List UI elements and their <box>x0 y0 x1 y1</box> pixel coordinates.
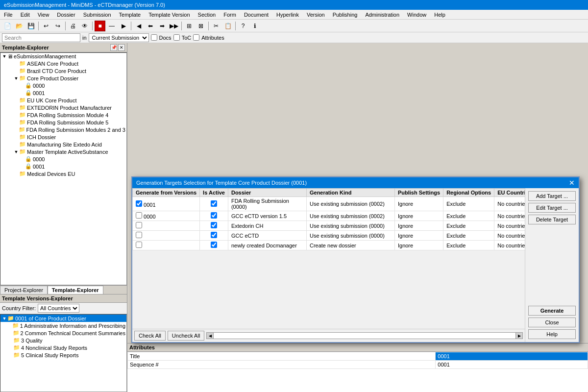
toolbar-btn-13[interactable]: ➡ <box>157 21 168 31</box>
row2-active-cb[interactable] <box>211 212 217 219</box>
close-panel-button[interactable]: ✕ <box>118 44 125 51</box>
tree-item-meddev[interactable]: 📁 Medical Devices EU <box>0 170 126 177</box>
menu-window[interactable]: Window <box>403 10 430 19</box>
toolbar-btn-14[interactable]: ▶▶ <box>169 21 179 31</box>
attributes-checkbox[interactable] <box>193 34 199 41</box>
check-all-button[interactable]: Check All <box>134 331 166 341</box>
toolbar-btn-15[interactable]: ⊞ <box>184 21 195 31</box>
toolbar-btn-18[interactable]: 📋 <box>222 21 233 31</box>
row3-active-cb[interactable] <box>211 222 217 228</box>
row5-active-cb[interactable] <box>211 242 217 248</box>
versions-item-4[interactable]: 📁 4 Nonclinical Study Reports <box>0 344 126 351</box>
tree-item-mfg[interactable]: 📁 Manufacturing Site Extedo Acid <box>0 141 126 148</box>
row1-active-cb[interactable] <box>211 200 217 207</box>
menu-form[interactable]: Form <box>220 10 240 19</box>
scroll-right-arrow[interactable]: ▶ <box>515 333 522 339</box>
help-button[interactable]: Help <box>528 329 576 339</box>
row3-checkbox[interactable] <box>136 222 142 228</box>
tree-item-ich[interactable]: 📁 ICH Dossier <box>0 133 126 141</box>
tree-item-fda5[interactable]: 📁 FDA Rolling Submission Module 5 <box>0 119 126 126</box>
col-genkind: Generation Kind <box>306 189 394 197</box>
toolbar-btn-17[interactable]: ✂ <box>211 21 221 31</box>
horizontal-scrollbar[interactable]: ◀ ▶ <box>206 332 523 339</box>
versions-item-3[interactable]: 📁 3 Quality <box>0 337 126 344</box>
tree-item-core-0000[interactable]: 🔒 0000 <box>0 82 126 89</box>
expand-core[interactable]: ▼ <box>13 76 19 81</box>
row3-publish: Ignore <box>394 221 443 231</box>
menu-version[interactable]: Version <box>303 10 329 19</box>
menu-template-version[interactable]: Template Version <box>145 10 194 19</box>
tree-item-root[interactable]: ▼ 🖥 eSubmissionManagement <box>0 53 126 60</box>
menu-help[interactable]: Help <box>430 10 449 19</box>
toolbar-btn-5[interactable]: ↪ <box>52 21 63 31</box>
menu-file[interactable]: File <box>0 10 17 19</box>
search-dropdown[interactable]: Current Submission <box>89 33 149 42</box>
dialog-table-row-5: newly created Docmanager Create new doss… <box>133 241 525 250</box>
toolbar-btn-11[interactable]: ◀ <box>133 21 144 31</box>
tree-item-eu[interactable]: 📁 EU UK Core Product <box>0 97 126 104</box>
expand-master[interactable]: ▼ <box>13 149 19 154</box>
tree-item-core[interactable]: ▼ 📁 Core Product Dossier <box>0 74 126 82</box>
close-button[interactable]: Close <box>528 318 576 327</box>
row5-checkbox[interactable] <box>136 242 142 248</box>
tab-template-explorer[interactable]: Template-Explorer <box>48 286 103 294</box>
menu-administration[interactable]: Administration <box>361 10 403 19</box>
dialog-table-wrapper[interactable]: Generate from Versions Is Active Dossier… <box>132 188 525 329</box>
tab-project-explorer[interactable]: Project-Explorer <box>0 286 48 294</box>
uncheck-all-button[interactable]: Uncheck All <box>168 331 204 341</box>
toolbar-btn-19[interactable]: ? <box>238 21 248 31</box>
tree-item-fda23[interactable]: 📁 FDA Rolling Submission Modules 2 and 3 <box>0 126 126 133</box>
row1-checkbox[interactable] <box>136 200 142 207</box>
country-filter-dropdown[interactable]: All Countries <box>38 304 79 313</box>
row4-active-cb[interactable] <box>211 232 217 238</box>
menu-submission[interactable]: Submission <box>79 10 115 19</box>
versions-item-5[interactable]: 📁 5 Clinical Study Reports <box>0 351 126 359</box>
tree-item-brazil[interactable]: 📁 Brazil CTD Core Product <box>0 67 126 74</box>
menu-publishing[interactable]: Publishing <box>329 10 362 19</box>
pin-button[interactable]: 📌 <box>110 44 117 51</box>
versions-item-0001[interactable]: ▼ 📁 0001 of Core Product Dossier <box>0 315 126 322</box>
tree-item-fda4[interactable]: 📁 FDA Rolling Submission Module 4 <box>0 111 126 119</box>
edit-target-button[interactable]: Edit Target ... <box>528 203 576 213</box>
row2-isactive <box>200 211 228 221</box>
menu-view[interactable]: View <box>34 10 53 19</box>
search-bar: in Current Submission Docs ToC Attribute… <box>0 32 588 43</box>
toolbar-btn-7[interactable]: 👁 <box>79 21 90 31</box>
menu-dossier[interactable]: Dossier <box>53 10 79 19</box>
toolbar-btn-6[interactable]: 🖨 <box>68 21 78 31</box>
toolbar-btn-1[interactable]: 📄 <box>2 21 13 31</box>
generate-button[interactable]: Generate <box>528 306 576 316</box>
dialog-close-icon[interactable]: ✕ <box>569 179 575 187</box>
tree-item-master-0000[interactable]: 🔒 0000 <box>0 155 126 163</box>
toolbar-btn-20[interactable]: ℹ <box>249 21 260 31</box>
scroll-left-arrow[interactable]: ◀ <box>207 333 214 339</box>
row4-checkbox[interactable] <box>136 232 142 238</box>
tree-item-asean[interactable]: 📁 ASEAN Core Product <box>0 60 126 67</box>
search-input[interactable] <box>2 33 80 42</box>
delete-target-button[interactable]: Delete Target <box>528 215 576 224</box>
toolbar-btn-12[interactable]: ⬅ <box>145 21 156 31</box>
tree-item-core-0001[interactable]: 🔒 0001 <box>0 89 126 97</box>
toolbar-btn-4[interactable]: ↩ <box>41 21 51 31</box>
menu-document[interactable]: Document <box>240 10 272 19</box>
menu-section[interactable]: Section <box>194 10 220 19</box>
row2-checkbox[interactable] <box>136 212 142 219</box>
tree-item-master-0001[interactable]: 🔒 0001 <box>0 163 126 170</box>
tree-item-master[interactable]: ▼ 📁 Master Template ActiveSubstance <box>0 148 126 155</box>
versions-item-1[interactable]: 📁 1 Administrative Information and Presc… <box>0 322 126 329</box>
menu-template[interactable]: Template <box>115 10 145 19</box>
toc-checkbox[interactable] <box>173 34 180 41</box>
toolbar-btn-10[interactable]: ▶ <box>118 21 129 31</box>
docs-checkbox[interactable] <box>151 34 157 41</box>
menu-hyperlink[interactable]: Hyperlink <box>272 10 303 19</box>
toolbar-btn-2[interactable]: 📂 <box>14 21 24 31</box>
tree-item-extedorin[interactable]: 📁 EXTEDORIN Product Manufacturer <box>0 104 126 111</box>
menu-edit[interactable]: Edit <box>17 10 34 19</box>
add-target-button[interactable]: Add Target ... <box>528 191 576 201</box>
expand-root[interactable]: ▼ <box>1 54 7 59</box>
toolbar-btn-active[interactable]: ■ <box>95 21 105 31</box>
toolbar-btn-16[interactable]: ⊠ <box>196 21 206 31</box>
versions-item-2[interactable]: 📁 2 Common Technical Document Summaries <box>0 329 126 337</box>
toolbar-btn-9[interactable]: — <box>106 21 117 31</box>
toolbar-btn-3[interactable]: 💾 <box>25 21 36 31</box>
